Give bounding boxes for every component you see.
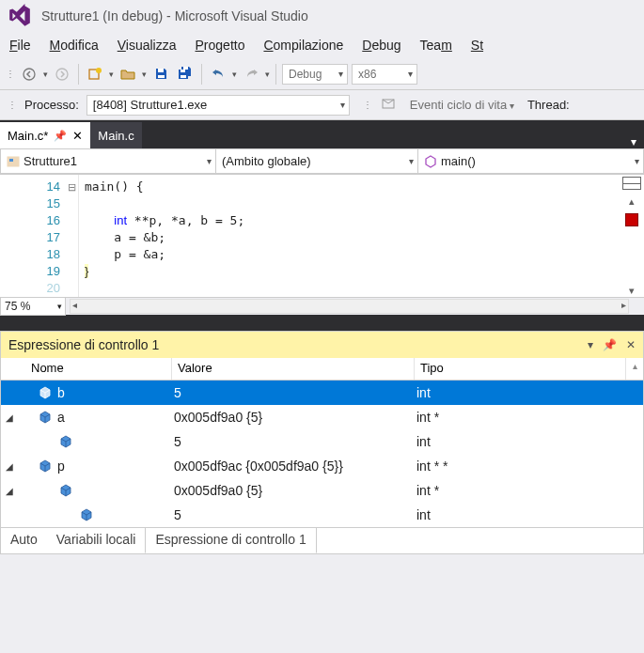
lifecycle-events-icon (382, 97, 395, 113)
watch-name-cell[interactable]: b (18, 385, 172, 400)
toolbar-grip-icon: ⋮ (363, 100, 372, 110)
watch-name-cell[interactable] (18, 484, 172, 497)
line-number-gutter: 14 15 16 17 18 19 20 (0, 175, 66, 297)
row-expander-icon[interactable]: ◢ (1, 461, 18, 472)
watch-value-cell[interactable]: 0x005df9a0 {5} (172, 483, 415, 498)
menu-strumenti[interactable]: St (471, 38, 483, 53)
zoom-combo[interactable]: 75 % (0, 297, 66, 316)
column-header-value[interactable]: Valore (172, 358, 415, 380)
configuration-combo[interactable]: Debug (282, 64, 348, 85)
watch-value-cell[interactable]: 0x005df9a0 {5} (172, 410, 415, 425)
watch-value-cell[interactable]: 5 (172, 385, 415, 400)
watch-row[interactable]: 5int (1, 429, 643, 454)
nav-forward-button[interactable] (52, 64, 72, 85)
tab-overflow-dropdown[interactable]: ▾ (623, 135, 644, 148)
close-icon[interactable]: ✕ (626, 338, 636, 351)
chevron-down-icon[interactable]: ▾ (43, 70, 48, 79)
watch-row[interactable]: ◢0x005df9a0 {5}int * (1, 478, 643, 503)
debug-process-toolbar: ⋮ Processo: [8408] Strutture1.exe ⋮ Even… (0, 90, 644, 120)
menu-progetto[interactable]: Progetto (196, 38, 245, 53)
scroll-up-icon[interactable]: ▴ (629, 195, 635, 208)
watch-name-cell[interactable] (18, 435, 172, 448)
type-scope-combo[interactable]: (Ambito globale) (216, 148, 418, 174)
watch-value-cell[interactable]: 0x005df9ac {0x005df9a0 {5}} (172, 459, 415, 474)
toolbar-grip-icon: ⋮ (6, 69, 15, 79)
undo-button[interactable] (208, 64, 228, 85)
watch-row[interactable]: ◢a0x005df9a0 {5}int * (1, 405, 643, 429)
menu-compilazione[interactable]: Compilazione (263, 38, 343, 53)
lifecycle-events-dropdown[interactable]: Eventi ciclo di vita (410, 98, 514, 112)
process-label: Processo: (24, 98, 79, 112)
outlining-margin[interactable]: ⊟ (66, 175, 79, 297)
save-button[interactable] (150, 64, 171, 85)
tab-auto[interactable]: Auto (1, 528, 47, 553)
row-expander-icon[interactable]: ◢ (1, 412, 18, 423)
menu-debug[interactable]: Debug (362, 38, 401, 53)
watch-name-cell[interactable]: a (18, 410, 172, 425)
menu-modifica[interactable]: Modifica (50, 38, 99, 53)
platform-combo[interactable]: x86 (352, 64, 417, 85)
chevron-down-icon[interactable]: ▾ (109, 70, 114, 79)
project-scope-value: Strutture1 (24, 154, 77, 168)
svg-point-1 (56, 69, 68, 80)
watch-type-cell: int (415, 507, 643, 522)
variable-icon (39, 386, 52, 399)
variable-icon (39, 459, 52, 473)
process-combo[interactable]: [8408] Strutture1.exe (86, 95, 350, 116)
new-project-button[interactable] (85, 64, 105, 85)
column-header-type[interactable]: Tipo (415, 358, 626, 380)
project-scope-combo[interactable]: Strutture1 (0, 148, 216, 174)
nav-back-button[interactable] (19, 64, 39, 85)
chevron-down-icon[interactable]: ▾ (232, 70, 237, 79)
scroll-down-icon[interactable]: ▾ (629, 285, 635, 297)
redo-button[interactable] (241, 64, 261, 85)
member-scope-combo[interactable]: main() (418, 148, 644, 174)
code-editor[interactable]: 14 15 16 17 18 19 20 ⊟ main() { int **p,… (0, 175, 644, 297)
split-view-icon[interactable] (622, 177, 641, 190)
column-header-name[interactable]: Nome (18, 358, 172, 380)
pin-icon[interactable]: 📌 (603, 338, 617, 351)
svg-rect-11 (9, 159, 13, 162)
svg-rect-6 (183, 67, 188, 70)
scroll-up-icon[interactable]: ▴ (626, 358, 643, 380)
close-icon[interactable]: ✕ (72, 129, 83, 143)
watch-value-cell[interactable]: 5 (172, 434, 415, 449)
tab-main-c[interactable]: Main.c (90, 122, 141, 148)
watch-name-cell[interactable]: p (18, 459, 172, 474)
save-all-button[interactable] (175, 64, 196, 85)
watch-name-cell[interactable] (18, 508, 172, 521)
chevron-down-icon[interactable]: ▾ (265, 70, 270, 79)
menu-file[interactable]: File (9, 38, 31, 53)
tab-main-c-modified[interactable]: Main.c* 📌 ✕ (0, 122, 90, 148)
title-bar: Strutture1 (In debug) - Microsoft Visual… (0, 0, 644, 32)
tab-watch1[interactable]: Espressione di controllo 1 (145, 527, 316, 553)
code-content[interactable]: main() { int **p, *a, b = 5; a = &b; p =… (79, 175, 620, 297)
member-scope-value: main() (441, 154, 476, 168)
watch-panel-title-bar[interactable]: Espressione di controllo 1 ▾ 📌 ✕ (1, 332, 643, 358)
tab-locals[interactable]: Variabili locali (47, 528, 146, 553)
watch-row[interactable]: 5int (1, 503, 643, 527)
chevron-down-icon[interactable]: ▾ (142, 70, 147, 79)
thread-label: Thread: (527, 98, 570, 112)
watch-row[interactable]: b5int (1, 381, 643, 405)
zoom-value: 75 % (5, 300, 30, 313)
breakpoint-marker-icon[interactable] (625, 213, 638, 226)
variable-icon (59, 484, 72, 497)
svg-point-0 (24, 69, 35, 80)
menu-visualizza[interactable]: Visualizza (118, 38, 177, 53)
open-file-button[interactable] (118, 64, 138, 85)
toolbar-grip-icon: ⋮ (8, 100, 17, 110)
horizontal-scrollbar[interactable] (70, 299, 629, 314)
menu-team[interactable]: Team (420, 38, 452, 53)
watch-value-cell[interactable]: 5 (172, 507, 415, 522)
row-expander-icon[interactable]: ◢ (1, 486, 18, 496)
pin-icon[interactable]: 📌 (54, 130, 67, 142)
watch-row[interactable]: ◢p0x005df9ac {0x005df9a0 {5}}int * * (1, 454, 643, 478)
panel-dropdown-icon[interactable]: ▾ (588, 338, 593, 351)
panel-separator[interactable] (0, 318, 644, 331)
watch-bottom-tabs: Auto Variabili locali Espressione di con… (1, 527, 643, 553)
process-value: [8408] Strutture1.exe (93, 98, 207, 112)
variable-icon (80, 508, 93, 521)
variable-icon (59, 435, 72, 448)
menu-bar: File Modifica Visualizza Progetto Compil… (0, 32, 644, 58)
